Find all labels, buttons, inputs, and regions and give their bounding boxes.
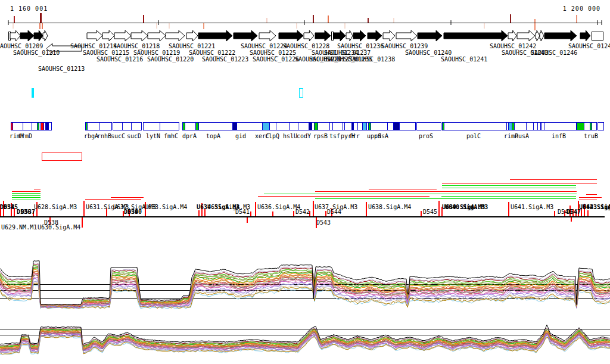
operon-cell[interactable] (23, 122, 32, 130)
operon-cell[interactable] (371, 122, 387, 130)
tss-bar-up[interactable] (508, 202, 509, 216)
gene-arrow[interactable] (396, 30, 417, 41)
operon-cell[interactable] (444, 122, 506, 130)
operon-cell[interactable] (508, 122, 512, 130)
operon-cell[interactable] (41, 122, 43, 130)
operon-cell[interactable] (537, 122, 540, 130)
operon-cell[interactable] (512, 122, 514, 130)
tss-bar-up[interactable] (325, 211, 326, 216)
tss-bar-up[interactable] (255, 202, 256, 216)
gene-arrow[interactable] (346, 30, 353, 41)
operon-cell[interactable] (289, 122, 298, 130)
gene-arrow[interactable] (353, 30, 366, 41)
operon-cell[interactable] (232, 122, 236, 130)
gene-arrow[interactable] (34, 30, 43, 41)
expression-profile-track-1[interactable] (0, 261, 610, 309)
gene-arrow[interactable] (334, 30, 346, 41)
gene-arrow[interactable] (131, 30, 148, 41)
gene-arrow[interactable] (444, 30, 508, 41)
operon-cell[interactable] (544, 122, 576, 130)
tss-bar-up[interactable] (366, 202, 367, 216)
operon-cell[interactable] (393, 122, 399, 130)
operon-cell[interactable] (353, 122, 357, 130)
operon-cell[interactable] (329, 122, 332, 130)
operon-cell[interactable] (344, 122, 351, 130)
operon-cell[interactable] (597, 122, 603, 130)
expression-profile-track-2[interactable] (0, 325, 610, 354)
operon-cell[interactable] (269, 122, 276, 130)
tss-bar-up[interactable] (293, 211, 294, 216)
operon-cell[interactable] (48, 122, 51, 130)
operon-cell[interactable] (160, 122, 179, 130)
operon-cell[interactable] (198, 122, 232, 130)
gene-arrow[interactable] (186, 30, 198, 41)
operon-cell[interactable] (113, 122, 122, 130)
operon-cell[interactable] (526, 122, 533, 130)
operon-cell[interactable] (368, 122, 371, 130)
gene-arrow[interactable] (368, 30, 382, 41)
gene-box[interactable] (592, 32, 603, 40)
gene-arrow[interactable] (148, 30, 166, 41)
operon-box-track[interactable] (11, 122, 603, 130)
operon-cell[interactable] (309, 122, 312, 130)
operon-cell[interactable] (13, 122, 23, 130)
gene-arrow[interactable] (102, 30, 114, 41)
operon-cell[interactable] (185, 122, 195, 130)
tss-bar-down[interactable] (82, 217, 83, 228)
tss-bar-down[interactable] (247, 217, 248, 223)
gene-arrow[interactable] (304, 30, 314, 41)
gene-arrow[interactable] (580, 30, 590, 41)
browser-canvas[interactable]: SAOUHSC_01209SAOUHSC_01214SAOUHSC_01218S… (0, 0, 610, 364)
operon-cell[interactable] (592, 122, 596, 130)
tss-bar-up[interactable] (272, 211, 273, 216)
operon-cell[interactable] (314, 122, 318, 130)
gene-arrow[interactable] (508, 30, 516, 41)
operon-cell[interactable] (416, 122, 441, 130)
operon-cell[interactable] (362, 122, 366, 130)
gene-arrow[interactable] (114, 30, 131, 41)
gene-arrow[interactable] (383, 30, 395, 41)
predicted-transcript-lines[interactable] (12, 179, 602, 200)
operon-cell[interactable] (584, 122, 590, 130)
operon-cell[interactable] (182, 122, 185, 130)
highlighted-region-box[interactable] (42, 153, 82, 160)
gene-arrow[interactable] (198, 30, 232, 41)
gene-arrow[interactable] (259, 30, 276, 41)
tss-bar-up[interactable] (587, 210, 589, 216)
tss-bar-up[interactable] (250, 211, 251, 216)
tss-bar-up[interactable] (438, 201, 440, 216)
gene-arrow[interactable] (43, 30, 48, 41)
operon-cell[interactable] (332, 122, 343, 130)
tss-bar-up[interactable] (313, 201, 314, 216)
operon-cell[interactable] (577, 122, 584, 130)
gene-arrow[interactable] (87, 30, 102, 41)
operon-cell[interactable] (32, 122, 37, 130)
tss-bar-up[interactable] (421, 211, 422, 216)
operon-cell[interactable] (46, 122, 48, 130)
gene-arrow[interactable] (20, 30, 34, 41)
operon-cell[interactable] (99, 122, 111, 130)
gene-arrow[interactable] (418, 30, 442, 41)
gene-arrow[interactable] (279, 30, 303, 41)
gene-arrow[interactable] (544, 30, 577, 41)
operon-cell[interactable] (312, 122, 314, 130)
operon-cell[interactable] (276, 122, 289, 130)
gene-arrow[interactable] (234, 30, 257, 41)
tss-bar-up[interactable] (554, 211, 555, 216)
operon-cell[interactable] (143, 122, 160, 130)
tss-bar-up[interactable] (198, 210, 200, 216)
operon-cell[interactable] (298, 122, 309, 130)
operon-cell[interactable] (533, 122, 537, 130)
operon-cell[interactable] (87, 122, 99, 130)
gene-box[interactable] (331, 32, 333, 40)
operon-cell[interactable] (262, 122, 269, 130)
tss-bar-down[interactable] (571, 217, 572, 222)
operon-cell[interactable] (387, 122, 393, 130)
gene-arrow[interactable] (540, 30, 544, 41)
gene-arrow[interactable] (10, 30, 20, 41)
operon-cell[interactable] (122, 122, 131, 130)
operon-cell[interactable] (318, 122, 329, 130)
operon-cell[interactable] (357, 122, 362, 130)
operon-cell[interactable] (43, 122, 45, 130)
operon-cell[interactable] (514, 122, 526, 130)
